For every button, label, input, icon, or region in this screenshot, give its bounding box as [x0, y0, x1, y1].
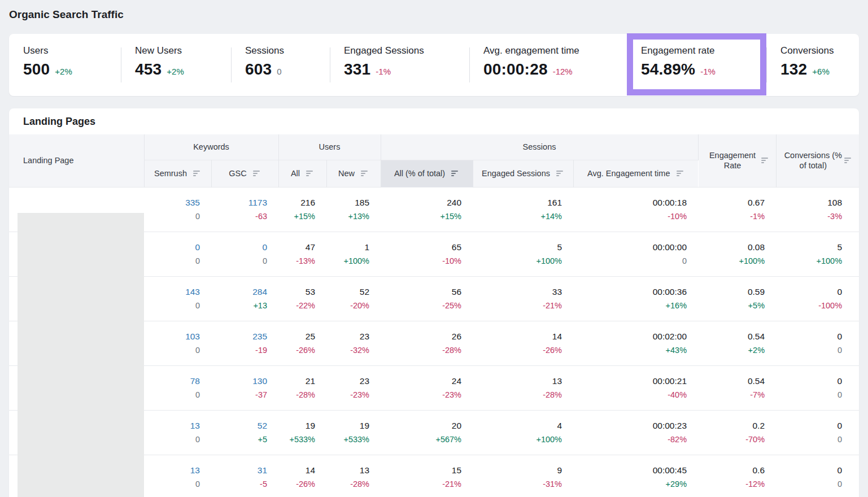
- metric-cell: 14-26%: [278, 455, 326, 497]
- group-header-keywords: Keywords: [144, 134, 278, 160]
- metric-cell: 00: [144, 232, 211, 276]
- kpi-label: New Users: [135, 45, 225, 56]
- metric-cell: 130-37: [211, 365, 278, 410]
- cell-delta: +567%: [381, 433, 461, 446]
- metric-cell: 0.2-70%: [698, 410, 776, 455]
- metric-cell: 1430: [144, 276, 211, 321]
- cell-value: 0: [776, 330, 842, 343]
- kpi-label: Conversions: [780, 45, 853, 56]
- metric-cell: 00: [776, 410, 859, 455]
- cell-value: 25: [278, 330, 315, 343]
- cell-value: 108: [776, 196, 842, 210]
- cell-value: 185: [326, 196, 369, 210]
- column-header-users-all[interactable]: All: [278, 160, 326, 187]
- cell-value: 13: [473, 374, 562, 388]
- metric-cell: 4+100%: [473, 410, 573, 455]
- metric-cell: 00:00:000: [573, 232, 698, 276]
- column-header-users-new[interactable]: New: [326, 160, 381, 187]
- cell-value-link[interactable]: 130: [211, 374, 267, 388]
- cell-delta: +29%: [573, 477, 687, 491]
- cell-value-link[interactable]: 13: [144, 419, 200, 433]
- sort-icon[interactable]: [306, 170, 314, 177]
- kpi-value: 453: [135, 60, 162, 79]
- cell-value: 20: [381, 419, 461, 433]
- metric-cell: 5+100%: [473, 232, 573, 276]
- metric-cell: 161+14%: [473, 187, 573, 232]
- cell-value: 0.67: [698, 196, 765, 210]
- cell-value-link[interactable]: 0: [144, 241, 200, 254]
- metric-cell: 185+13%: [326, 187, 381, 232]
- sort-icon[interactable]: [193, 170, 201, 177]
- cell-value-link[interactable]: 284: [211, 285, 267, 299]
- cell-value: 1: [326, 241, 369, 254]
- metric-cell: 3350: [144, 187, 211, 232]
- cell-value-link[interactable]: 78: [144, 374, 200, 388]
- cell-value: 33: [473, 285, 562, 299]
- cell-delta: +100%: [776, 254, 842, 268]
- cell-value: 23: [326, 330, 369, 343]
- sort-icon[interactable]: [361, 170, 369, 177]
- cell-delta: -1%: [698, 210, 765, 223]
- metric-cell: 23-32%: [326, 321, 381, 365]
- cell-delta: -3%: [776, 210, 842, 223]
- sort-icon[interactable]: [556, 170, 564, 177]
- column-header-gsc[interactable]: GSC: [211, 160, 278, 187]
- column-header-semrush[interactable]: Semrush: [144, 160, 211, 187]
- kpi-engagement-rate: Engagement rate 54.89% -1%: [627, 34, 766, 96]
- cell-value-link[interactable]: 31: [211, 464, 267, 477]
- metric-cell: 0-100%: [776, 276, 859, 321]
- kpi-avg-engagement-time: Avg. engagement time 00:00:28 -12%: [469, 34, 627, 96]
- cell-delta: -63: [211, 210, 267, 223]
- metric-cell: 1+100%: [326, 232, 381, 276]
- cell-delta: +100%: [473, 433, 562, 446]
- cell-value: 23: [326, 374, 369, 388]
- cell-value: 14: [473, 330, 562, 343]
- cell-delta: -10%: [381, 254, 461, 268]
- cell-delta: 0: [573, 254, 687, 268]
- sort-icon-active[interactable]: [451, 170, 459, 177]
- metric-cell: 19+533%: [326, 410, 381, 455]
- cell-value-link[interactable]: 103: [144, 330, 200, 343]
- cell-delta: +5: [211, 433, 267, 446]
- metric-cell: 13-28%: [473, 365, 573, 410]
- cell-value: 0: [776, 464, 842, 477]
- column-header-conversions[interactable]: Conversions (% of total): [776, 134, 859, 187]
- sort-icon[interactable]: [844, 157, 852, 164]
- cell-value-link[interactable]: 1173: [211, 196, 267, 210]
- cell-delta: -82%: [573, 433, 687, 446]
- metric-cell: 00:00:18-10%: [573, 187, 698, 232]
- column-header-engaged-sessions[interactable]: Engaged Sessions: [473, 160, 573, 187]
- column-header-engagement-rate[interactable]: Engagement Rate: [698, 134, 776, 187]
- cell-delta: +14%: [473, 210, 562, 223]
- cell-delta: -21%: [381, 477, 461, 491]
- metric-cell: 235-19: [211, 321, 278, 365]
- cell-value-link[interactable]: 235: [211, 330, 267, 343]
- cell-value-link[interactable]: 0: [211, 241, 267, 254]
- cell-value-link[interactable]: 52: [211, 419, 267, 433]
- metric-cell: 14-26%: [473, 321, 573, 365]
- cell-value: 65: [381, 241, 461, 254]
- metric-cell: 53-22%: [278, 276, 326, 321]
- column-header-avg-engagement-time[interactable]: Avg. Engagement time: [573, 160, 698, 187]
- kpi-label: Engagement rate: [641, 45, 761, 56]
- cell-delta: -19: [211, 343, 267, 357]
- cell-delta: -21%: [473, 299, 562, 312]
- column-header-label: Avg. Engagement time: [587, 169, 670, 178]
- metric-cell: 0.08+100%: [698, 232, 776, 276]
- metric-cell: 0.59+5%: [698, 276, 776, 321]
- column-header-label: GSC: [229, 169, 246, 178]
- metric-cell: 130: [144, 410, 211, 455]
- cell-value-link[interactable]: 335: [144, 196, 200, 210]
- cell-delta: -28%: [381, 343, 461, 357]
- sort-icon[interactable]: [253, 170, 261, 177]
- kpi-value: 500: [23, 60, 50, 79]
- metric-cell: 00:02:00+43%: [573, 321, 698, 365]
- cell-delta: +100%: [698, 254, 765, 268]
- column-header-sessions-all-pct[interactable]: All (% of total): [381, 160, 473, 187]
- sort-icon[interactable]: [761, 157, 769, 164]
- metric-cell: 130: [144, 455, 211, 497]
- metric-cell: 24-23%: [381, 365, 473, 410]
- cell-value-link[interactable]: 143: [144, 285, 200, 299]
- cell-value-link[interactable]: 13: [144, 464, 200, 477]
- sort-icon[interactable]: [677, 170, 684, 177]
